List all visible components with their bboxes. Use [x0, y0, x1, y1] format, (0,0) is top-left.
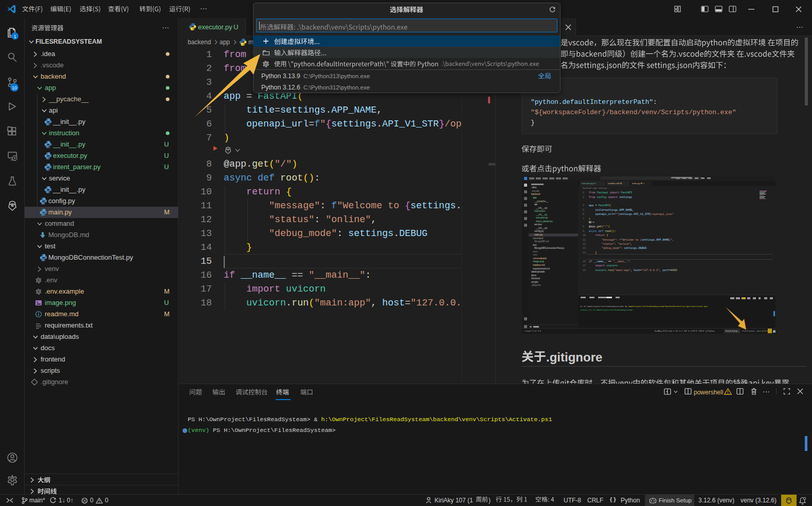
svg-text:10: 10	[12, 85, 17, 91]
svg-text:1: 1	[13, 34, 16, 39]
